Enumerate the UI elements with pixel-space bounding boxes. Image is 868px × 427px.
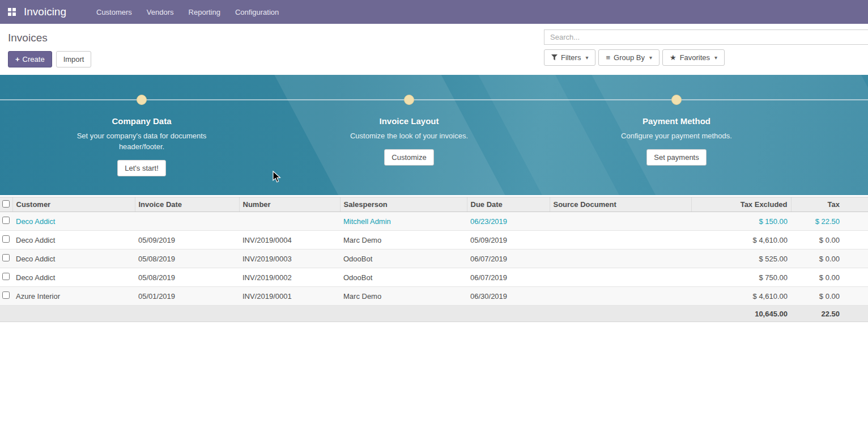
cell-source-document[interactable]	[550, 287, 691, 306]
cell-customer[interactable]: Deco Addict	[12, 250, 135, 268]
step-title: Company Data	[112, 116, 171, 126]
column-header-customer[interactable]: Customer	[12, 197, 135, 212]
menu-configuration[interactable]: Configuration	[228, 0, 286, 24]
cell-tax-excluded[interactable]: $ 4,610.00	[691, 287, 791, 306]
cell-number[interactable]	[239, 212, 340, 231]
column-header-tax[interactable]: Tax	[791, 197, 868, 212]
row-checkbox[interactable]	[2, 235, 10, 243]
onboarding-step-company-data: Company Data Set your company's data for…	[8, 75, 275, 176]
menu-vendors[interactable]: Vendors	[139, 0, 181, 24]
app-name[interactable]: Invoicing	[24, 6, 66, 18]
row-checkbox[interactable]	[2, 273, 10, 280]
cell-source-document[interactable]	[550, 250, 691, 268]
onboarding-steps: Company Data Set your company's data for…	[0, 75, 868, 176]
cell-tax[interactable]: $ 0.00	[791, 231, 868, 250]
total-tax-excluded: 10,645.00	[691, 306, 791, 322]
column-header-source-document[interactable]: Source Document	[550, 197, 691, 212]
cell-due-date[interactable]: 06/30/2019	[467, 287, 550, 306]
plus-icon: +	[15, 55, 20, 64]
search-input[interactable]	[544, 29, 868, 45]
total-tax: 22.50	[791, 306, 868, 322]
column-header-number[interactable]: Number	[239, 197, 340, 212]
step-title: Invoice Layout	[379, 116, 439, 126]
favorites-button[interactable]: ★ Favorites ▾	[662, 49, 725, 66]
menu-customers[interactable]: Customers	[89, 0, 139, 24]
cell-tax-excluded[interactable]: $ 750.00	[691, 268, 791, 287]
cell-tax-excluded[interactable]: $ 4,610.00	[691, 231, 791, 250]
cell-due-date[interactable]: 05/09/2019	[467, 231, 550, 250]
cell-salesperson[interactable]: Mitchell Admin	[340, 212, 467, 231]
navbar-menu: Customers Vendors Reporting Configuratio…	[89, 0, 286, 24]
lets-start-button[interactable]: Let's start!	[117, 160, 166, 176]
cell-customer[interactable]: Azure Interior	[12, 287, 135, 306]
page-title: Invoices	[8, 32, 91, 44]
cell-tax[interactable]: $ 0.00	[791, 268, 868, 287]
cell-invoice-date[interactable]: 05/08/2019	[135, 250, 239, 268]
menu-reporting[interactable]: Reporting	[181, 0, 228, 24]
cell-customer[interactable]: Deco Addict	[12, 231, 135, 250]
cell-customer[interactable]: Deco Addict	[12, 212, 135, 231]
cell-number[interactable]: INV/2019/0002	[239, 268, 340, 287]
filter-toolbar: Filters ▾ ≡ Group By ▾ ★ Favorites ▾	[544, 49, 868, 66]
import-button[interactable]: Import	[56, 51, 92, 67]
invoices-table: Customer Invoice Date Number Salesperson…	[0, 197, 868, 322]
cell-number[interactable]: INV/2019/0001	[239, 287, 340, 306]
apps-menu-button[interactable]	[0, 0, 24, 24]
apps-grid-icon	[8, 8, 16, 16]
cell-customer[interactable]: Deco Addict	[12, 268, 135, 287]
row-checkbox[interactable]	[2, 254, 10, 261]
set-payments-button[interactable]: Set payments	[646, 149, 707, 166]
cell-invoice-date[interactable]: 05/08/2019	[135, 268, 239, 287]
cell-due-date[interactable]: 06/23/2019	[467, 212, 550, 231]
onboarding-step-payment-method: Payment Method Configure your payment me…	[543, 75, 810, 176]
table-row[interactable]: Deco Addict Mitchell Admin 06/23/2019 $ …	[0, 212, 868, 231]
cell-invoice-date[interactable]	[135, 212, 239, 231]
cell-tax[interactable]: $ 22.50	[791, 212, 868, 231]
cell-salesperson[interactable]: Marc Demo	[340, 287, 467, 306]
cell-tax[interactable]: $ 0.00	[791, 250, 868, 268]
action-buttons: +Create Import	[8, 51, 91, 67]
cell-due-date[interactable]: 06/07/2019	[467, 250, 550, 268]
column-header-salesperson[interactable]: Salesperson	[340, 197, 467, 212]
cell-source-document[interactable]	[550, 268, 691, 287]
step-description: Customize the look of your invoices.	[350, 131, 468, 142]
table-row[interactable]: Deco Addict 05/09/2019 INV/2019/0004 Mar…	[0, 231, 868, 250]
table-totals-row: 10,645.00 22.50	[0, 306, 868, 322]
group-by-button-label: Group By	[614, 53, 645, 62]
column-header-due-date[interactable]: Due Date	[467, 197, 550, 212]
column-header-tax-excluded[interactable]: Tax Excluded	[691, 197, 791, 212]
cell-tax[interactable]: $ 0.00	[791, 287, 868, 306]
create-button-label: Create	[23, 55, 45, 64]
cell-number[interactable]: INV/2019/0004	[239, 231, 340, 250]
table-row[interactable]: Deco Addict 05/08/2019 INV/2019/0003 Odo…	[0, 250, 868, 268]
cell-number[interactable]: INV/2019/0003	[239, 250, 340, 268]
select-all-checkbox[interactable]	[2, 200, 10, 208]
cell-salesperson[interactable]: OdooBot	[340, 250, 467, 268]
cell-salesperson[interactable]: Marc Demo	[340, 231, 467, 250]
column-header-invoice-date[interactable]: Invoice Date	[135, 197, 239, 212]
cell-tax-excluded[interactable]: $ 150.00	[691, 212, 791, 231]
step-description: Configure your payment methods.	[621, 131, 732, 142]
cell-tax-excluded[interactable]: $ 525.00	[691, 250, 791, 268]
cell-invoice-date[interactable]: 05/01/2019	[135, 287, 239, 306]
row-checkbox[interactable]	[2, 217, 10, 224]
customize-button[interactable]: Customize	[384, 149, 433, 166]
filters-button[interactable]: Filters ▾	[544, 49, 595, 66]
onboarding-step-invoice-layout: Invoice Layout Customize the look of you…	[275, 75, 543, 176]
row-checkbox[interactable]	[2, 291, 10, 299]
chevron-down-icon: ▾	[585, 54, 588, 61]
chevron-down-icon: ▾	[649, 54, 652, 61]
chevron-down-icon: ▾	[714, 54, 717, 61]
control-panel-right: Filters ▾ ≡ Group By ▾ ★ Favorites ▾	[544, 29, 868, 67]
step-description: Set your company's data for documents he…	[76, 131, 207, 153]
step-dot	[137, 95, 147, 105]
cell-source-document[interactable]	[550, 212, 691, 231]
cell-invoice-date[interactable]: 05/09/2019	[135, 231, 239, 250]
cell-due-date[interactable]: 06/07/2019	[467, 268, 550, 287]
cell-salesperson[interactable]: OdooBot	[340, 268, 467, 287]
table-row[interactable]: Azure Interior 05/01/2019 INV/2019/0001 …	[0, 287, 868, 306]
group-by-button[interactable]: ≡ Group By ▾	[598, 49, 659, 66]
create-button[interactable]: +Create	[8, 51, 52, 67]
cell-source-document[interactable]	[550, 231, 691, 250]
table-row[interactable]: Deco Addict 05/08/2019 INV/2019/0002 Odo…	[0, 268, 868, 287]
